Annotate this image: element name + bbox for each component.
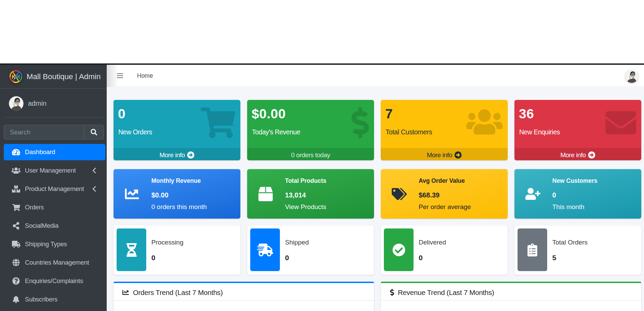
svg-text:K: K bbox=[12, 74, 16, 80]
svg-text:K: K bbox=[16, 74, 20, 80]
